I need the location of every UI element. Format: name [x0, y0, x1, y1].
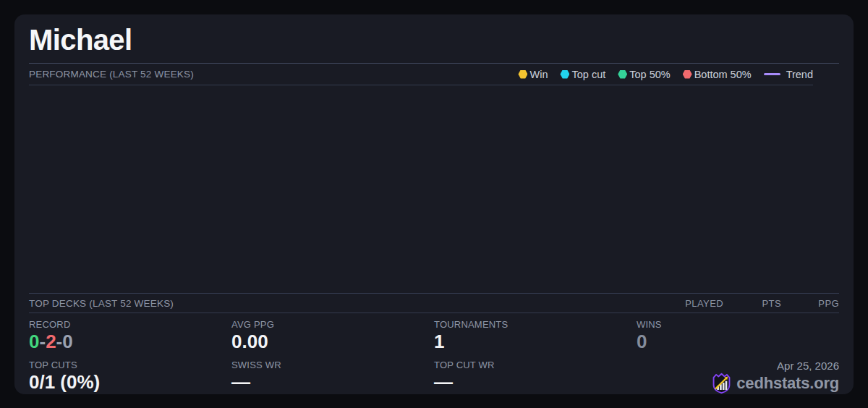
top-50-dot-icon [618, 70, 627, 79]
stat-record-label: RECORD [29, 319, 231, 330]
stat-swiss-wr-label: SWISS WR [231, 360, 434, 370]
performance-heading: PERFORMANCE (LAST 52 WEEKS) [29, 69, 194, 80]
legend-item-trend: Trend [764, 69, 813, 80]
record-part: 0 [29, 331, 39, 352]
record-part: 0 [62, 331, 72, 352]
stat-tournaments-label: TOURNAMENTS [434, 319, 637, 330]
stat-top-cuts-label: TOP CUTS [29, 360, 231, 370]
stat-wins-value: 0 [637, 331, 839, 353]
cedhstats-shield-logo-icon [712, 373, 731, 394]
stats-grid: RECORD 0-2-0 AVG PPG 0.00 TOURNAMENTS 1 … [29, 313, 839, 394]
legend-item-bottom-50: Bottom 50% [683, 69, 752, 80]
legend-label-trend: Trend [786, 69, 813, 80]
column-played: PLAYED [665, 298, 723, 309]
player-stats-card: Michael PERFORMANCE (LAST 52 WEEKS) WinT… [14, 14, 854, 394]
legend-label-bottom-50: Bottom 50% [694, 69, 752, 80]
stat-top-cut-wr-value: — [434, 372, 637, 394]
player-name: Michael [29, 24, 132, 56]
top-decks-header-row: TOP DECKS (LAST 52 WEEKS) PLAYED PTS PPG [29, 293, 839, 313]
stat-top-cuts-value: 0/1 (0%) [29, 372, 231, 394]
column-ppg: PPG [781, 298, 839, 309]
brand-row: cedhstats.org [712, 373, 839, 394]
stat-avg-ppg-value: 0.00 [231, 331, 434, 353]
brand-name: cedhstats.org [736, 374, 839, 393]
stat-tournaments-value: 1 [434, 331, 637, 353]
legend-label-win: Win [529, 69, 548, 80]
performance-header-row: PERFORMANCE (LAST 52 WEEKS) WinTop cutTo… [29, 64, 839, 85]
stat-avg-ppg: AVG PPG 0.00 [231, 313, 434, 354]
legend-item-top-50: Top 50% [618, 69, 670, 80]
stat-wins-label: WINS [637, 319, 839, 330]
legend-label-top-50: Top 50% [629, 69, 670, 80]
card-header: Michael [29, 14, 839, 64]
legend-item-win: Win [518, 69, 548, 80]
performance-chart-empty [29, 85, 839, 293]
stat-swiss-wr-value: — [231, 372, 434, 394]
stat-avg-ppg-label: AVG PPG [231, 319, 434, 330]
stat-record: RECORD 0-2-0 [29, 313, 231, 354]
column-pts: PTS [723, 298, 781, 309]
win-dot-icon [518, 70, 527, 79]
stat-swiss-wr: SWISS WR — [231, 354, 434, 394]
record-part: 2 [46, 331, 56, 352]
stat-wins: WINS 0 [637, 313, 839, 354]
chart-legend: WinTop cutTop 50%Bottom 50%Trend [518, 69, 839, 80]
stat-tournaments: TOURNAMENTS 1 [434, 313, 637, 354]
stat-top-cut-wr-label: TOP CUT WR [434, 360, 637, 370]
record-part: - [56, 331, 63, 352]
legend-label-top-cut: Top cut [571, 69, 605, 80]
stat-top-cut-wr: TOP CUT WR — [434, 354, 637, 394]
stat-record-value: 0-2-0 [29, 331, 231, 353]
trend-line-icon [764, 73, 780, 75]
top-decks-columns: PLAYED PTS PPG [665, 298, 839, 309]
stat-top-cuts: TOP CUTS 0/1 (0%) [29, 354, 231, 394]
top-decks-heading: TOP DECKS (LAST 52 WEEKS) [29, 298, 174, 309]
top-cut-dot-icon [560, 70, 569, 79]
legend-item-top-cut: Top cut [560, 69, 605, 80]
bottom-50-dot-icon [683, 70, 692, 79]
record-part: - [39, 331, 46, 352]
card-footer: Apr 25, 2026 cedhstats.org [637, 354, 839, 394]
card-date: Apr 25, 2026 [777, 360, 839, 372]
